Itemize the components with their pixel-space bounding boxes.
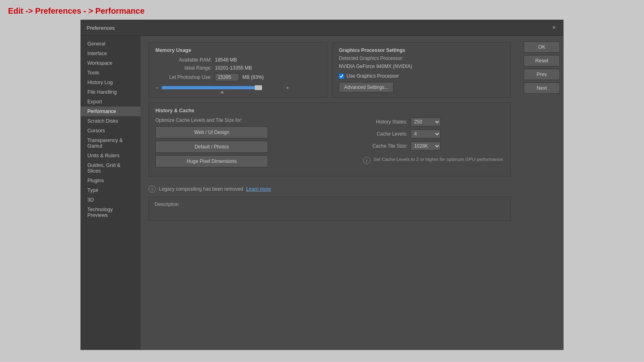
reset-button[interactable]: Reset (524, 55, 560, 66)
advanced-settings-button[interactable]: Advanced Settings... (339, 82, 394, 93)
history-cache-section: History & Cache Optimize Cache Levels an… (149, 103, 511, 177)
sidebar-item-export[interactable]: Export (81, 97, 140, 107)
legacy-notice: i Legacy compositing has been removed Le… (149, 181, 511, 197)
memory-section: Memory Usage Available RAM: 18548 MB Ide… (149, 42, 327, 98)
sidebar: GeneralInterfaceWorkspaceToolsHistory Lo… (81, 36, 140, 350)
sidebar-item-technology-previews[interactable]: Technology Previews (81, 205, 140, 220)
let-ps-use-unit: MB (83%) (242, 74, 264, 80)
sidebar-item-workspace[interactable]: Workspace (81, 58, 140, 68)
page-title: Edit -> Preferences - > Performance (0, 0, 644, 20)
cache-tile-size-select[interactable]: 1028K 512K 256K (411, 142, 441, 150)
sidebar-item-cursors[interactable]: Cursors (81, 126, 140, 136)
cache-info-text: Set Cache Levels to 2 or higher for opti… (374, 157, 504, 162)
cache-info-icon: i (363, 157, 370, 164)
description-label: Description (155, 202, 179, 207)
sidebar-item-interface[interactable]: Interface (81, 49, 140, 58)
dialog-titlebar: Preferences × (81, 20, 563, 36)
sidebar-item-plugins[interactable]: Plugins (81, 176, 140, 185)
slider-arrow (220, 90, 224, 93)
close-button[interactable]: × (551, 24, 557, 31)
ideal-range-label: Ideal Range: (155, 65, 212, 71)
history-cache-title: History & Cache (155, 108, 504, 113)
let-ps-use-input[interactable] (215, 73, 239, 81)
sidebar-item-units-rulers[interactable]: Units & Rulers (81, 151, 140, 160)
sidebar-item-tools[interactable]: Tools (81, 68, 140, 78)
history-states-select[interactable]: 250 100 50 (411, 117, 441, 126)
detected-gpu-value: NVIDIA GeForce 940MX (NVIDIA) (339, 64, 412, 69)
use-gpu-checkbox[interactable] (339, 74, 344, 79)
let-ps-use-label: Let Photoshop Use: (155, 74, 212, 80)
sidebar-item-transparency-gamut[interactable]: Transparency & Gamut (81, 136, 140, 151)
cache-levels-label: Cache Levels: (363, 131, 407, 137)
huge-pixel-button[interactable]: Huge Pixel Dimensions (155, 155, 268, 167)
memory-title: Memory Usage (155, 47, 320, 53)
optimize-label: Optimize Cache Levels and Tile Size for: (155, 117, 268, 123)
sidebar-item-guides-grid-slices[interactable]: Guides, Grid & Slices (81, 160, 140, 176)
main-content: Memory Usage Available RAM: 18548 MB Ide… (140, 36, 519, 350)
next-button[interactable]: Next (524, 82, 560, 94)
available-ram-label: Available RAM: (155, 57, 212, 63)
slider-plus-icon[interactable]: + (286, 84, 289, 91)
cache-tile-size-label: Cache Tile Size: (363, 143, 407, 149)
buttons-column: OK Reset Prev Next (519, 36, 563, 350)
use-gpu-label: Use Graphics Processor (347, 73, 399, 79)
cache-levels-select[interactable]: 4 2 6 (411, 130, 441, 138)
sidebar-item-file-handling[interactable]: File Handling (81, 87, 140, 97)
detected-gpu-label: Detected Graphics Processor: (339, 56, 403, 61)
slider-thumb (255, 85, 262, 90)
slider-fill (162, 86, 258, 89)
sidebar-item-type[interactable]: Type (81, 185, 140, 195)
dialog-body: GeneralInterfaceWorkspaceToolsHistory Lo… (81, 36, 563, 350)
prev-button[interactable]: Prev (524, 69, 560, 80)
available-ram-value: 18548 MB (215, 57, 237, 63)
sidebar-item-scratch-disks[interactable]: Scratch Disks (81, 116, 140, 126)
sidebar-item-performance[interactable]: Performance (81, 107, 140, 116)
sidebar-item-history-log[interactable]: History Log (81, 78, 140, 87)
ok-button[interactable]: OK (524, 41, 560, 53)
legacy-info-icon: i (149, 185, 156, 193)
web-ui-design-button[interactable]: Web / UI Design (155, 126, 268, 138)
memory-slider[interactable] (162, 85, 283, 90)
sidebar-item-general[interactable]: General (81, 39, 140, 49)
ideal-range-value: 10201-13355 MB (215, 65, 252, 71)
graphics-title: Graphics Processor Settings (339, 47, 504, 53)
learn-more-link[interactable]: Learn more (246, 186, 271, 192)
sidebar-item-3d[interactable]: 3D (81, 195, 140, 205)
legacy-text: Legacy compositing has been removed (159, 186, 243, 192)
graphics-section: Graphics Processor Settings Detected Gra… (332, 42, 511, 98)
preferences-dialog: Preferences × GeneralInterfaceWorkspaceT… (80, 20, 564, 350)
dialog-title: Preferences (87, 25, 115, 31)
slider-minus-icon[interactable]: − (155, 84, 159, 91)
description-section: Description (149, 197, 511, 221)
history-states-label: History States: (363, 119, 407, 125)
default-photos-button[interactable]: Default / Photos (155, 141, 268, 153)
